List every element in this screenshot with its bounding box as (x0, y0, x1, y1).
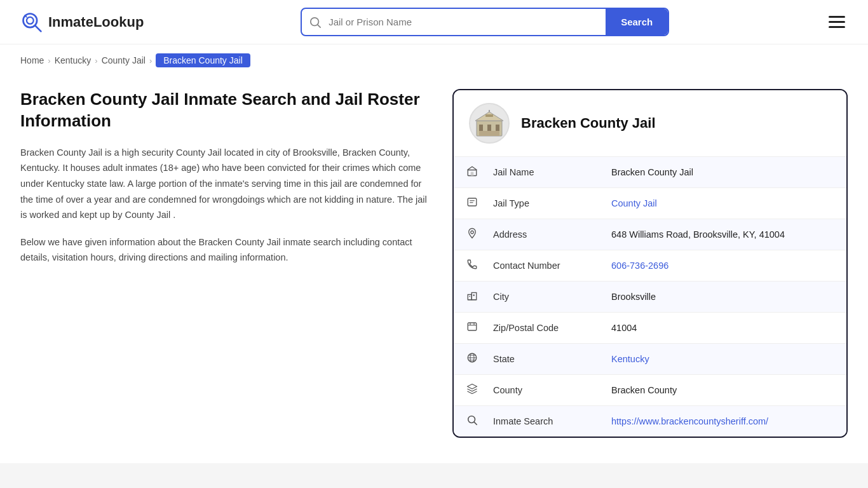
breadcrumb-sep-1: › (48, 56, 50, 65)
field-value: 648 Williams Road, Brooksville, KY, 4100… (599, 219, 846, 250)
header: InmateLookup Search (0, 0, 868, 44)
table-row: Contact Number606-736-2696 (454, 250, 846, 281)
svg-point-19 (471, 231, 474, 234)
table-row: StateKentucky (454, 344, 846, 375)
search-input[interactable] (329, 10, 606, 34)
field-link[interactable]: County Jail (611, 198, 657, 208)
field-label: City (491, 281, 599, 313)
footer (0, 463, 868, 488)
city-icon (454, 281, 491, 313)
field-label: Zip/Postal Code (491, 313, 599, 344)
svg-rect-12 (485, 114, 493, 117)
svg-line-1 (35, 25, 41, 31)
svg-rect-9 (496, 125, 499, 131)
zip-icon (454, 313, 491, 344)
field-link[interactable]: 606-736-2696 (611, 261, 668, 271)
svg-line-35 (474, 422, 477, 424)
page-title: Bracken County Jail Inmate Search and Ja… (20, 89, 427, 132)
breadcrumb-current: Bracken County Jail (156, 53, 250, 67)
table-row: Inmate Searchhttps://www.brackencountysh… (454, 406, 846, 437)
globe-icon (454, 344, 491, 375)
field-label: Contact Number (491, 250, 599, 281)
field-value: Bracken County (599, 375, 846, 406)
breadcrumb: Home › Kentucky › County Jail › Bracken … (0, 44, 868, 76)
county-icon (454, 375, 491, 406)
field-value: Bracken County Jail (599, 157, 846, 188)
search-icon (302, 17, 329, 28)
card-title: Bracken County Jail (521, 115, 656, 132)
field-value[interactable]: https://www.brackencountysheriff.com/ (599, 406, 846, 437)
left-section: Bracken County Jail Inmate Search and Ja… (20, 89, 427, 277)
svg-rect-8 (487, 125, 491, 131)
breadcrumb-home[interactable]: Home (20, 55, 44, 65)
svg-rect-16 (468, 198, 477, 206)
svg-point-2 (27, 17, 34, 24)
field-value[interactable]: Kentucky (599, 344, 846, 375)
svg-rect-21 (471, 293, 477, 300)
table-row: Address648 Williams Road, Brooksville, K… (454, 219, 846, 250)
breadcrumb-sep-2: › (95, 56, 97, 65)
field-link[interactable]: https://www.brackencountysheriff.com/ (611, 416, 768, 426)
avatar (469, 103, 510, 144)
breadcrumb-sep-3: › (149, 56, 152, 65)
search-icon (454, 406, 491, 437)
logo[interactable]: InmateLookup (20, 11, 144, 34)
table-row: Zip/Postal Code41004 (454, 313, 846, 344)
field-label: County (491, 375, 599, 406)
field-value: Brooksville (599, 281, 846, 313)
svg-rect-15 (471, 172, 474, 176)
svg-rect-7 (479, 125, 483, 131)
svg-rect-20 (468, 295, 471, 300)
breadcrumb-kentucky[interactable]: Kentucky (55, 55, 92, 65)
menu-button[interactable] (826, 13, 848, 30)
info-card: Bracken County Jail Jail NameBracken Cou… (452, 89, 848, 438)
info-table: Jail NameBracken County JailJail TypeCou… (454, 157, 846, 437)
table-row: CityBrooksville (454, 281, 846, 313)
svg-rect-24 (470, 296, 471, 297)
field-label: Inmate Search (491, 406, 599, 437)
logo-icon (20, 11, 43, 34)
building-icon (473, 107, 506, 140)
type-icon (454, 188, 491, 219)
svg-rect-10 (479, 131, 499, 136)
page-desc-1: Bracken County Jail is a high security C… (20, 145, 427, 223)
field-label: Address (491, 219, 599, 250)
search-bar: Search (301, 8, 669, 36)
card-header: Bracken County Jail (454, 90, 846, 157)
main-content: Bracken County Jail Inmate Search and Ja… (0, 76, 868, 463)
svg-rect-25 (468, 323, 477, 330)
table-row: CountyBracken County (454, 375, 846, 406)
field-value[interactable]: County Jail (599, 188, 846, 219)
search-button[interactable]: Search (606, 9, 668, 35)
jail-icon (454, 157, 491, 188)
field-value: 41004 (599, 313, 846, 344)
svg-rect-23 (473, 295, 475, 296)
field-link[interactable]: Kentucky (611, 354, 649, 364)
field-value[interactable]: 606-736-2696 (599, 250, 846, 281)
page-desc-2: Below we have given information about th… (20, 234, 427, 266)
field-label: Jail Type (491, 188, 599, 219)
table-row: Jail TypeCounty Jail (454, 188, 846, 219)
logo-text: InmateLookup (48, 14, 144, 30)
svg-line-5 (318, 25, 320, 27)
phone-icon (454, 250, 491, 281)
field-label: Jail Name (491, 157, 599, 188)
table-row: Jail NameBracken County Jail (454, 157, 846, 188)
location-icon (454, 219, 491, 250)
breadcrumb-county-jail[interactable]: County Jail (102, 55, 146, 65)
field-label: State (491, 344, 599, 375)
